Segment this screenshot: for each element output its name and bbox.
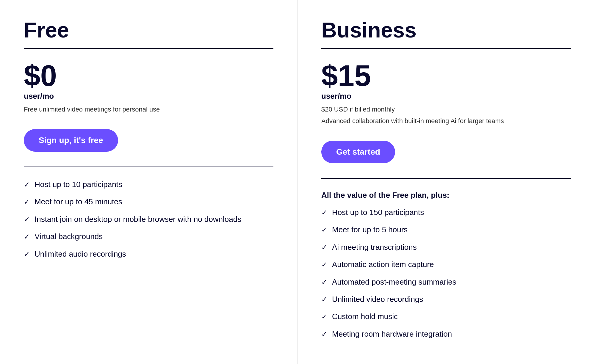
check-icon: ✓ xyxy=(24,249,30,259)
business-plan-cta-button[interactable]: Get started xyxy=(321,141,395,163)
list-item: ✓ Host up to 150 participants xyxy=(321,207,571,218)
free-plan-cta-button[interactable]: Sign up, it's free xyxy=(24,129,118,152)
business-plan-features-divider xyxy=(321,178,571,179)
check-icon: ✓ xyxy=(321,225,327,235)
check-icon: ✓ xyxy=(321,329,327,339)
free-plan-features-divider xyxy=(24,167,273,167)
feature-text: Host up to 150 participants xyxy=(332,207,571,218)
feature-text: Automated post-meeting summaries xyxy=(332,277,571,287)
list-item: ✓ Automated post-meeting summaries xyxy=(321,277,571,287)
check-icon: ✓ xyxy=(321,294,327,305)
business-plan-divider xyxy=(321,48,571,49)
feature-text: Custom hold music xyxy=(332,311,571,322)
business-plan-price-unit: user/mo xyxy=(321,92,571,101)
check-icon: ✓ xyxy=(24,180,30,190)
business-plan: Business $15 user/mo $20 USD if billed m… xyxy=(298,0,595,364)
free-plan: Free $0 user/mo Free unlimited video mee… xyxy=(0,0,298,364)
list-item: ✓ Meet for up to 45 minutes xyxy=(24,196,273,207)
feature-text: Virtual backgrounds xyxy=(35,231,273,242)
free-plan-title: Free xyxy=(24,18,273,42)
business-plan-price: $15 xyxy=(321,61,571,90)
business-plan-features-intro: All the value of the Free plan, plus: xyxy=(321,191,571,200)
list-item: ✓ Unlimited audio recordings xyxy=(24,249,273,259)
free-plan-description: Free unlimited video meetings for person… xyxy=(24,104,273,114)
check-icon: ✓ xyxy=(24,232,30,242)
check-icon: ✓ xyxy=(321,260,327,270)
feature-text: Host up to 10 participants xyxy=(35,179,273,190)
free-plan-price-unit: user/mo xyxy=(24,92,273,101)
free-plan-features-list: ✓ Host up to 10 participants ✓ Meet for … xyxy=(24,179,273,259)
pricing-container: Free $0 user/mo Free unlimited video mee… xyxy=(0,0,595,364)
business-plan-description: Advanced collaboration with built-in mee… xyxy=(321,116,571,126)
business-plan-price-note: $20 USD if billed monthly xyxy=(321,104,571,114)
feature-text: Unlimited audio recordings xyxy=(35,249,273,259)
list-item: ✓ Host up to 10 participants xyxy=(24,179,273,190)
list-item: ✓ Automatic action item capture xyxy=(321,259,571,270)
business-plan-title: Business xyxy=(321,18,571,42)
list-item: ✓ Unlimited video recordings xyxy=(321,294,571,305)
list-item: ✓ Virtual backgrounds xyxy=(24,231,273,242)
feature-text: Meet for up to 45 minutes xyxy=(35,196,273,207)
list-item: ✓ Custom hold music xyxy=(321,311,571,322)
list-item: ✓ Meeting room hardware integration xyxy=(321,329,571,339)
check-icon: ✓ xyxy=(24,197,30,207)
check-icon: ✓ xyxy=(24,214,30,225)
list-item: ✓ Ai meeting transcriptions xyxy=(321,242,571,252)
check-icon: ✓ xyxy=(321,312,327,322)
list-item: ✓ Meet for up to 5 hours xyxy=(321,224,571,235)
check-icon: ✓ xyxy=(321,242,327,252)
feature-text: Meeting room hardware integration xyxy=(332,329,571,339)
business-plan-features-list: ✓ Host up to 150 participants ✓ Meet for… xyxy=(321,207,571,339)
feature-text: Automatic action item capture xyxy=(332,259,571,270)
list-item: ✓ Instant join on desktop or mobile brow… xyxy=(24,214,273,225)
free-plan-divider xyxy=(24,48,273,49)
feature-text: Ai meeting transcriptions xyxy=(332,242,571,252)
feature-text: Unlimited video recordings xyxy=(332,294,571,305)
feature-text: Meet for up to 5 hours xyxy=(332,224,571,235)
free-plan-price: $0 xyxy=(24,61,273,90)
feature-text: Instant join on desktop or mobile browse… xyxy=(35,214,273,225)
check-icon: ✓ xyxy=(321,277,327,287)
check-icon: ✓ xyxy=(321,208,327,218)
